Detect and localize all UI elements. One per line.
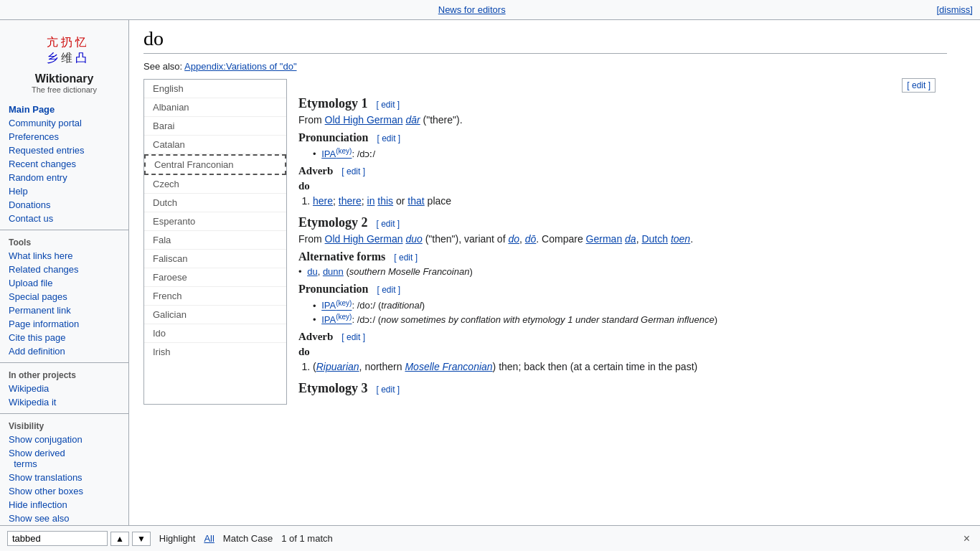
etymology-3-edit[interactable]: [ edit ]	[377, 385, 400, 395]
ipa-link-2b[interactable]: IPA	[321, 314, 336, 325]
adverb-2-edit[interactable]: [ edit ]	[341, 332, 365, 342]
sidebar-visibility: Visibility Show conjugation Show derived…	[0, 418, 128, 525]
lang-item-faliscan[interactable]: Faliscan	[144, 250, 286, 268]
lang-item-albanian[interactable]: Albanian	[144, 98, 286, 117]
sidebar-item-wikipedia-it[interactable]: Wikipedia it	[0, 395, 128, 409]
sidebar-item-what-links-here[interactable]: What links here	[0, 249, 128, 263]
du-link[interactable]: du	[307, 266, 317, 277]
sidebar-item-add-definition[interactable]: Add definition	[0, 344, 128, 358]
search-up-button[interactable]: ▲	[110, 532, 129, 546]
lang-item-catalan[interactable]: Catalan	[144, 136, 286, 154]
highlight-label: Highlight	[159, 533, 196, 544]
lang-item-central-franconian[interactable]: Central Franconian	[144, 154, 286, 175]
definition-2-1: (Ripuarian, northern Moselle Franconian)…	[313, 361, 936, 372]
sidebar-item-show-translations[interactable]: Show translations	[0, 471, 128, 484]
sidebar-item-hide-inflection[interactable]: Hide inflection	[0, 498, 128, 512]
lang-item-irish[interactable]: Irish	[144, 343, 286, 361]
sidebar-item-random-entry[interactable]: Random entry	[0, 171, 128, 184]
definition-1-1: here; there; in this or that place	[313, 195, 936, 207]
moselle-franconian-link[interactable]: Moselle Franconian	[405, 361, 492, 372]
duo-link[interactable]: duo	[405, 233, 422, 245]
see-also-link[interactable]: Appendix:Variations of "do"	[184, 61, 296, 72]
sidebar-item-page-information[interactable]: Page information	[0, 317, 128, 331]
lang-item-fala[interactable]: Fala	[144, 231, 286, 250]
german-link[interactable]: German	[586, 233, 623, 245]
sidebar-item-main-page[interactable]: Main Page	[0, 103, 128, 116]
sidebar-item-show-see-also[interactable]: Show see also	[0, 512, 128, 525]
pronunciation-2-edit[interactable]: [ edit ]	[377, 285, 401, 295]
ipa-link-2a[interactable]: IPA	[321, 301, 336, 311]
highlight-all-link[interactable]: All	[204, 533, 214, 544]
wiktionary-logo-icon: 亢 扔 忆 乡 维 凸	[9, 32, 120, 72]
toen-link[interactable]: toen	[671, 233, 690, 245]
da-link[interactable]: da	[625, 233, 636, 245]
lang-content: [ edit ] Etymology 1 [ edit ] From Old H…	[287, 79, 947, 405]
adverb-1-edit[interactable]: [ edit ]	[341, 166, 365, 176]
old-high-german-link-1[interactable]: Old High German	[325, 114, 403, 126]
pronunciation-1-edit[interactable]: [ edit ]	[377, 133, 401, 143]
sidebar-item-cite-this-page[interactable]: Cite this page	[0, 331, 128, 344]
sidebar-tools: Tools What links here Related changes Up…	[0, 235, 128, 358]
old-high-german-link-2[interactable]: Old High German	[325, 233, 403, 245]
lang-item-czech[interactable]: Czech	[144, 175, 286, 194]
match-case-label: Match Case	[223, 533, 273, 544]
def-that-link[interactable]: that	[407, 195, 424, 207]
lang-item-ido[interactable]: Ido	[144, 324, 286, 343]
alt-forms-edit[interactable]: [ edit ]	[394, 253, 418, 263]
top-edit-button[interactable]: [ edit ]	[902, 78, 936, 93]
alt-forms-header-line: Alternative forms [ edit ]	[298, 250, 936, 263]
page-title: do	[143, 27, 947, 54]
sidebar-item-show-other-boxes[interactable]: Show other boxes	[0, 484, 128, 498]
sidebar-item-donations[interactable]: Donations	[0, 198, 128, 212]
close-search-button[interactable]: ×	[961, 532, 973, 545]
news-for-editors[interactable]: News for editors	[438, 4, 506, 16]
sidebar-item-recent-changes[interactable]: Recent changes	[0, 157, 128, 171]
search-down-button[interactable]: ▼	[132, 532, 151, 546]
sidebar-item-upload-file[interactable]: Upload file	[0, 276, 128, 290]
def-in-link[interactable]: in	[367, 195, 375, 207]
sidebar-item-wikipedia[interactable]: Wikipedia	[0, 382, 128, 395]
etymology-1-edit[interactable]: [ edit ]	[377, 100, 400, 110]
search-input[interactable]	[7, 531, 108, 546]
ipa-link-1[interactable]: IPA	[321, 149, 336, 159]
svg-text:乡: 乡	[47, 52, 58, 64]
sidebar-item-community-portal[interactable]: Community portal	[0, 116, 128, 130]
ipa-2-1: • IPA(key): /doː/ (traditional)	[313, 298, 936, 311]
def-here-link[interactable]: here	[313, 195, 333, 207]
sidebar-item-requested-entries[interactable]: Requested entries	[0, 143, 128, 157]
lang-item-barai[interactable]: Barai	[144, 117, 286, 136]
lang-item-french[interactable]: French	[144, 287, 286, 306]
ipa-key-link-2a[interactable]: (key)	[336, 301, 352, 311]
sidebar-item-preferences[interactable]: Preferences	[0, 130, 128, 143]
ipa-key-link-1[interactable]: (key)	[336, 149, 352, 159]
word-form-1: do	[298, 180, 936, 192]
svg-text:忆: 忆	[75, 36, 86, 48]
sidebar-item-special-pages[interactable]: Special pages	[0, 290, 128, 303]
sidebar-item-show-conjugation[interactable]: Show conjugation	[0, 433, 128, 446]
sidebar-item-contact-us[interactable]: Contact us	[0, 212, 128, 225]
do-macron-link[interactable]: dō	[525, 233, 537, 245]
lang-item-esperanto[interactable]: Esperanto	[144, 212, 286, 231]
sidebar-item-permanent-link[interactable]: Permanent link	[0, 303, 128, 317]
dunn-link[interactable]: dunn	[323, 266, 344, 277]
dar-link[interactable]: dār	[405, 114, 420, 126]
ipa-key-link-2b[interactable]: (key)	[336, 314, 352, 325]
lang-item-galician[interactable]: Galician	[144, 306, 286, 324]
ripuarian-link[interactable]: Ripuarian	[316, 361, 359, 372]
logo-svg: 亢 扔 忆 乡 维 凸	[43, 32, 86, 67]
lang-item-faroese[interactable]: Faroese	[144, 268, 286, 287]
sidebar-item-related-changes[interactable]: Related changes	[0, 263, 128, 276]
lang-item-english[interactable]: English	[144, 80, 286, 98]
language-panel: English Albanian Barai Catalan Central F…	[143, 79, 947, 405]
sidebar-item-show-derived-terms[interactable]: Show derived terms	[0, 446, 128, 471]
search-box: ▲ ▼	[7, 531, 151, 546]
sidebar-item-help[interactable]: Help	[0, 184, 128, 198]
dismiss-button[interactable]: [dismiss]	[936, 4, 973, 16]
def-this-link[interactable]: this	[377, 195, 393, 207]
def-there-link[interactable]: there	[339, 195, 362, 207]
dutch-link[interactable]: Dutch	[641, 233, 668, 245]
etymology-2-edit[interactable]: [ edit ]	[377, 219, 400, 229]
adverb-2-header-line: Adverb [ edit ]	[298, 331, 936, 343]
do-link[interactable]: do	[508, 233, 519, 245]
lang-item-dutch[interactable]: Dutch	[144, 194, 286, 212]
